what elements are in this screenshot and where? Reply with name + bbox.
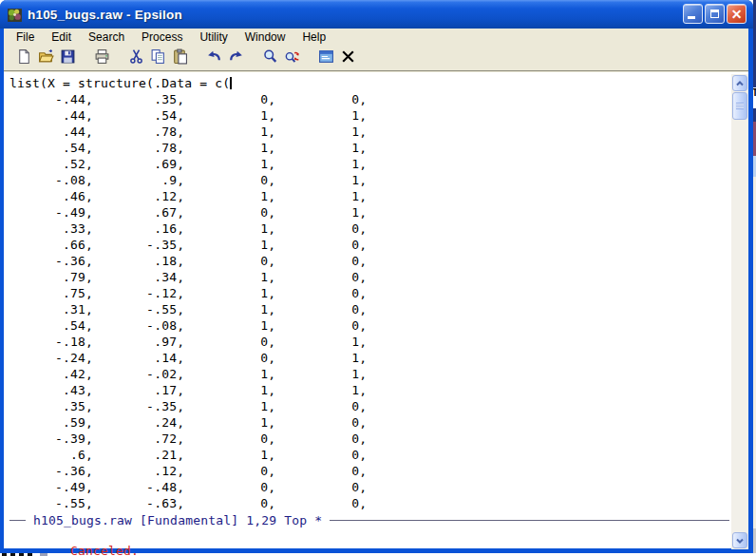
find-replace-button[interactable] — [281, 48, 303, 69]
save-button[interactable] — [57, 48, 79, 69]
window-title: h105_bugs.raw - Epsilon — [28, 8, 182, 22]
copy-icon — [150, 48, 166, 68]
redo-icon — [228, 48, 244, 68]
new-file-icon — [16, 48, 32, 68]
title-bar[interactable]: h105_bugs.raw - Epsilon ✕ — [0, 0, 753, 29]
close-buffer-button[interactable] — [337, 48, 359, 69]
mode-line-text: h105_bugs.raw [Fundamental] 1,29 Top * — [33, 513, 322, 527]
find-icon — [262, 48, 278, 68]
copy-button[interactable] — [147, 48, 169, 69]
menu-utility[interactable]: Utility — [191, 29, 236, 47]
window-controls: ✕ — [683, 4, 747, 24]
menu-search[interactable]: Search — [80, 29, 133, 47]
menu-window[interactable]: Window — [236, 29, 294, 47]
menu-process[interactable]: Process — [133, 29, 191, 47]
toolbar-group — [203, 48, 247, 69]
echo-area: Canceled. — [9, 529, 139, 546]
scroll-down-button[interactable] — [732, 532, 747, 548]
menu-bar: FileEditSearchProcessUtilityWindowHelp — [4, 29, 748, 47]
cut-button[interactable] — [125, 48, 147, 69]
scroll-up-button[interactable] — [732, 75, 747, 91]
maximize-icon — [710, 10, 719, 18]
undo-icon — [206, 48, 222, 68]
chevron-down-icon — [734, 535, 746, 546]
find-replace-icon — [284, 48, 300, 68]
find-button[interactable] — [259, 48, 281, 69]
paste-icon — [172, 48, 188, 68]
minimize-button[interactable] — [683, 4, 703, 24]
toolbar-group — [125, 48, 191, 69]
menu-edit[interactable]: Edit — [43, 29, 80, 47]
buffer-list-icon — [318, 48, 334, 68]
toolbar — [4, 47, 748, 71]
text-cursor — [230, 77, 232, 89]
close-icon: ✕ — [731, 8, 743, 21]
text-buffer[interactable]: list(X = structure(.Data = c( -.44, .35,… — [4, 73, 731, 511]
desktop: T h105_bugs.raw - Epsilon — [0, 0, 756, 556]
editor-client-area: list(X = structure(.Data = c( -.44, .35,… — [4, 72, 748, 548]
mode-line: h105_bugs.raw [Fundamental] 1,29 Top * — [9, 512, 729, 528]
scrollbar-thumb[interactable] — [732, 92, 747, 120]
mode-line-rule — [330, 520, 729, 521]
save-icon — [60, 48, 76, 68]
toolbar-group — [259, 48, 303, 69]
vertical-scrollbar[interactable] — [731, 74, 748, 549]
cut-icon — [128, 48, 144, 68]
menu-help[interactable]: Help — [293, 29, 334, 47]
thumb-grip — [736, 103, 744, 109]
new-file-button[interactable] — [13, 48, 35, 69]
print-icon — [94, 48, 110, 68]
echo-message: Canceled. — [70, 544, 139, 556]
chevron-up-icon — [734, 78, 746, 89]
undo-button[interactable] — [203, 48, 225, 69]
epsilon-app-icon — [7, 7, 23, 23]
toolbar-group — [13, 48, 79, 69]
open-file-button[interactable] — [35, 48, 57, 69]
paste-button[interactable] — [169, 48, 191, 69]
print-button[interactable] — [91, 48, 113, 69]
menu-file[interactable]: File — [8, 29, 43, 47]
close-buffer-icon — [340, 48, 356, 68]
toolbar-group — [315, 48, 359, 69]
epsilon-window: h105_bugs.raw - Epsilon ✕ FileEditSearch… — [0, 0, 753, 553]
toolbar-group — [91, 48, 113, 69]
maximize-button[interactable] — [705, 4, 725, 24]
open-file-icon — [38, 48, 54, 68]
mode-line-dash — [9, 520, 26, 521]
minimize-icon — [688, 16, 695, 19]
buffer-list-button[interactable] — [315, 48, 337, 69]
redo-button[interactable] — [225, 48, 247, 69]
close-button[interactable]: ✕ — [727, 4, 747, 24]
